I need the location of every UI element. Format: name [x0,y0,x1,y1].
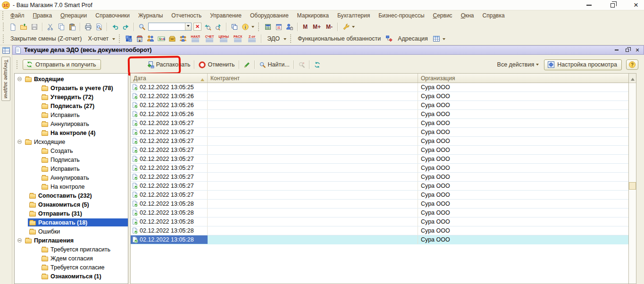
column-header-counterparty[interactable]: Контрагент [208,74,418,83]
table-row[interactable]: 02.12.2022 13:05:28Сура ООО [131,209,628,217]
table-row[interactable]: 02.12.2022 13:05:27Сура ООО [131,182,628,191]
print-button[interactable] [84,22,93,32]
tree-item[interactable]: Аннулировать [15,173,128,182]
menu-item-Бизнес-процессы[interactable]: Бизнес-процессы [374,11,428,20]
addressing-button[interactable]: Адресация [395,34,430,43]
send-receive-button[interactable]: Отправить и получить [23,59,101,70]
clear-find-button[interactable] [298,61,305,68]
window-close-button[interactable]: × [634,47,641,53]
quick-search-input[interactable] [149,23,185,30]
table-row[interactable]: 02.12.2022 13:05:27Сура ООО [131,173,628,182]
x-report-button[interactable]: Х-отчет [86,34,111,43]
find-button-edo[interactable]: Найти... [259,61,290,68]
table-row[interactable]: 02.12.2022 13:05:26Сура ООО [131,110,628,119]
doc-shortcut-ЦЕНЫ[interactable]: ЦЕНЫ [217,35,230,42]
scrollbar-thumb[interactable] [629,182,636,190]
chevron-down-icon[interactable] [443,38,445,42]
menu-item-Справка[interactable]: Справка [478,11,509,20]
tree-item[interactable]: Отразить в учете (78) [15,84,128,92]
table-row[interactable]: 02.12.2022 13:05:28Сура ООО [131,226,628,235]
column-header-organization[interactable]: Организация [418,74,628,83]
menu-item-Справочники[interactable]: Справочники [91,11,134,20]
unpack-button[interactable]: Распаковать [147,61,191,68]
table-row[interactable]: 02.12.2022 13:05:27Сура ООО [131,164,628,173]
open-button[interactable] [19,22,28,32]
quick-search-combobox[interactable] [148,23,192,31]
tree-item[interactable]: Приглашения [15,236,128,245]
menu-item-Управление[interactable]: Управление [206,11,246,20]
tree-item[interactable]: Ошибки [15,227,128,236]
memory-add-button[interactable]: M+ [311,24,323,30]
copy-windows-button[interactable] [230,22,239,32]
tree-item[interactable]: Подписать (27) [15,101,128,110]
tree-item[interactable]: Входящие [15,75,128,84]
table-row[interactable]: 02.12.2022 13:05:28Сура ООО [131,217,628,226]
cancel-button[interactable]: Отменить [199,61,234,68]
column-header-date[interactable]: Дата [131,74,208,83]
table-row[interactable]: 02.12.2022 13:05:28Сура ООО [131,200,628,209]
info-button[interactable]: i [241,22,250,32]
refresh-button[interactable] [314,61,321,68]
menu-item-Правка[interactable]: Правка [29,11,57,20]
table-row[interactable]: 02.12.2022 13:05:28Сура ООО [131,235,628,244]
tree-item[interactable]: Ознакомиться (1) [15,272,128,281]
functional-duties-icon-button[interactable] [385,34,394,43]
menu-item-Операции[interactable]: Операции [56,11,91,20]
chevron-down-icon[interactable] [352,26,355,29]
calculator-button[interactable] [263,22,273,32]
search-dropdown-button[interactable] [185,23,191,30]
find-button[interactable] [137,22,147,32]
help-button[interactable]: ? [626,59,638,70]
undo-button[interactable] [110,22,120,32]
doc-shortcut-СЧЕТ[interactable]: СЧЕТ [203,35,216,42]
menu-item-Журналы[interactable]: Журналы [134,11,167,20]
menu-item-Бухгалтерия[interactable]: Бухгалтерия [333,11,374,20]
archive-button[interactable] [167,34,177,43]
new-document-button[interactable] [8,22,17,32]
functional-duties-button[interactable]: Функциональные обязанности [295,34,383,43]
redo-button[interactable] [121,22,131,32]
window-restore-button[interactable] [624,47,630,53]
tree-item[interactable]: На контроле [15,182,128,191]
menu-item-Сервис[interactable]: Сервис [429,11,457,20]
view-settings-button[interactable]: Настройка просмотра [544,59,622,70]
tree-item[interactable]: Исправить [15,164,128,173]
tree-item[interactable]: Ознакомиться (5) [15,200,128,209]
doc-shortcut-Z-от[interactable]: Z-от [246,35,258,42]
current-tasks-panel-icon[interactable] [2,46,10,55]
store-button[interactable] [135,34,144,43]
edo-button[interactable]: ЭДО [265,34,282,43]
table-row[interactable]: 02.12.2022 13:05:27Сура ООО [131,128,628,137]
tree-collapse-icon[interactable] [17,77,22,81]
restore-button[interactable] [608,1,617,9]
tab-current-tasks[interactable]: Текущие задачи [1,57,10,101]
table-row[interactable]: 02.12.2022 13:05:27Сура ООО [131,137,628,146]
minimize-button[interactable] [585,1,593,9]
all-actions-button[interactable]: Все действия [497,61,540,68]
service-settings-button[interactable] [341,22,351,32]
doc-shortcut-РАСХ[interactable]: РАСХ [232,35,244,42]
close-shift-button[interactable]: Закрытие смены (Z-отчет) [8,34,84,43]
tree-item[interactable]: Подписать [15,155,128,164]
partners-button[interactable] [146,34,155,43]
staff-button[interactable] [178,34,188,43]
menu-item-Файл[interactable]: Файл [6,11,29,20]
tree-item[interactable]: Исправить [15,110,128,119]
menu-item-Отчетность[interactable]: Отчетность [167,11,206,20]
user-permissions-button[interactable] [285,22,294,32]
tree-item[interactable]: Требуется согласие [15,263,128,272]
structure-button[interactable] [124,34,134,43]
window-minimize-button[interactable] [613,47,620,53]
tree-item[interactable]: Сопоставить (232) [15,191,128,200]
chevron-down-icon[interactable] [251,26,254,29]
tree-item[interactable]: На контроле (4) [15,128,128,137]
calendar-button[interactable]: 31 [274,22,284,32]
edit-button[interactable] [243,61,251,68]
chevron-down-icon[interactable] [112,38,115,42]
scroll-up-button[interactable] [629,74,636,83]
tree-item[interactable]: Требуется пригласить [15,245,128,254]
currency-button[interactable]: $Dm€ [157,34,166,43]
save-button[interactable] [30,22,39,32]
table-row[interactable]: 02.12.2022 13:05:26Сура ООО [131,92,628,101]
tree-item[interactable]: Ждем согласия [15,254,128,263]
